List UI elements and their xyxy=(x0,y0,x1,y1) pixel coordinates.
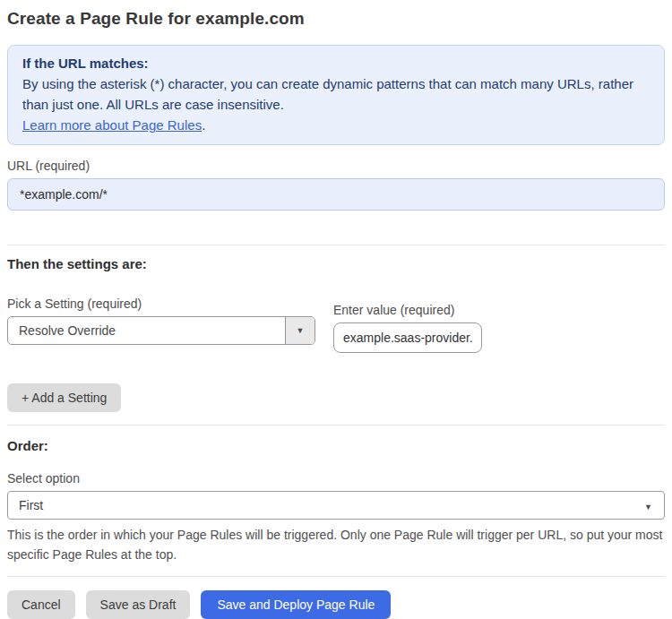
value-field-label: Enter value (required) xyxy=(333,303,482,317)
cancel-button[interactable]: Cancel xyxy=(7,590,75,619)
divider xyxy=(7,576,665,577)
info-box-heading: If the URL matches: xyxy=(22,53,650,73)
setting-select-column: Pick a Setting (required) Resolve Overri… xyxy=(7,297,315,345)
order-select-label: Select option xyxy=(7,471,665,486)
add-setting-button[interactable]: + Add a Setting xyxy=(7,383,121,412)
divider xyxy=(7,245,665,245)
order-select[interactable]: First ▼ xyxy=(7,491,665,520)
url-match-info-box: If the URL matches: By using the asteris… xyxy=(7,45,665,145)
footer-buttons: Cancel Save as Draft Save and Deploy Pag… xyxy=(7,590,665,619)
save-as-draft-button[interactable]: Save as Draft xyxy=(86,590,191,619)
order-select-value: First xyxy=(8,498,644,512)
caret-down-icon: ▼ xyxy=(644,497,664,513)
info-box-link-line: Learn more about Page Rules. xyxy=(22,115,650,135)
settings-section-heading: Then the settings are: xyxy=(7,256,665,271)
settings-row: Pick a Setting (required) Resolve Overri… xyxy=(7,297,665,353)
page-title: Create a Page Rule for example.com xyxy=(7,9,665,29)
save-and-deploy-button[interactable]: Save and Deploy Page Rule xyxy=(201,590,391,619)
url-input[interactable] xyxy=(7,178,665,211)
url-field-label: URL (required) xyxy=(7,159,665,173)
link-period: . xyxy=(202,117,205,133)
caret-down-icon: ▼ xyxy=(297,327,305,335)
info-box-body: By using the asterisk (*) character, you… xyxy=(22,73,650,115)
setting-dropdown-button[interactable]: ▼ xyxy=(285,317,314,344)
divider xyxy=(7,425,665,426)
setting-value-input[interactable] xyxy=(333,322,482,353)
create-page-rule-form: Create a Page Rule for example.com If th… xyxy=(0,0,672,619)
order-section-heading: Order: xyxy=(7,438,665,453)
learn-more-link[interactable]: Learn more about Page Rules xyxy=(22,117,202,133)
setting-value-column: Enter value (required) xyxy=(333,297,482,353)
setting-dropdown-value: Resolve Override xyxy=(8,317,285,344)
setting-dropdown[interactable]: Resolve Override ▼ xyxy=(7,316,315,345)
order-help-text: This is the order in which your Page Rul… xyxy=(7,525,665,564)
setting-select-label: Pick a Setting (required) xyxy=(7,297,315,311)
